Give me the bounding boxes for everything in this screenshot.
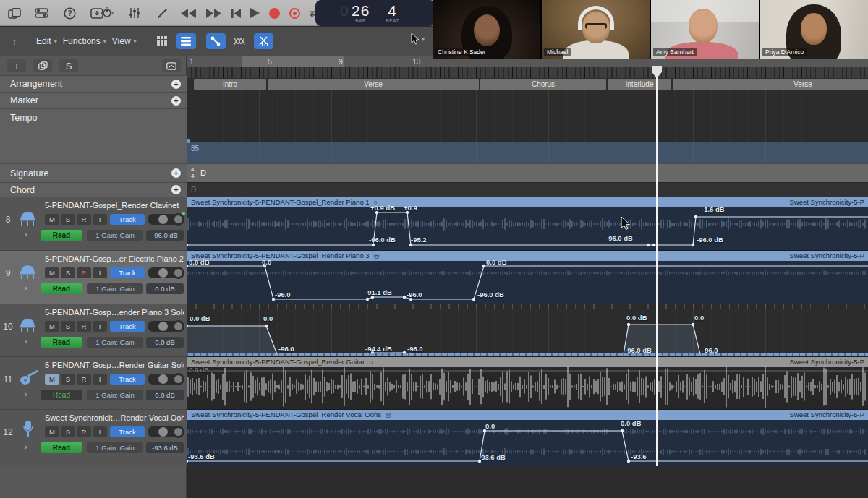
input-monitor-button[interactable]: I — [93, 426, 107, 437]
participant-video[interactable]: Michael — [542, 0, 650, 59]
track-name[interactable]: 5-PENDANT-Gospel_Render Clavinet — [45, 201, 184, 210]
participant-video[interactable]: Priya D'Amico — [760, 0, 868, 59]
global-track-tempo[interactable]: Tempo 110 90 70 — [0, 108, 187, 163]
solo-button[interactable]: S — [61, 214, 75, 225]
track-header-8[interactable]: 8 5-PENDANT-Gospel_Render Clavinet M S R… — [0, 197, 187, 250]
go-to-beginning-button[interactable] — [231, 9, 241, 18]
hide-global-tracks-button[interactable] — [162, 59, 181, 72]
global-track-marker[interactable]: Marker + — [0, 92, 187, 108]
input-monitor-button[interactable]: I — [93, 321, 107, 332]
automation-parameter-select[interactable]: 1 Gain: Gain — [87, 337, 143, 348]
master-solo-button[interactable]: S — [59, 59, 78, 72]
track-mode-button[interactable]: Track — [110, 374, 145, 385]
record-enable-button[interactable]: R — [77, 374, 91, 385]
automation-value[interactable]: 0.0 dB — [146, 283, 184, 294]
menu-functions[interactable]: Functions▾ — [63, 36, 106, 46]
chord-lane[interactable]: D — [187, 182, 868, 197]
rewind-button[interactable] — [181, 9, 197, 18]
track-name[interactable]: 5-PENDANT-Gosp…er Electric Piano 2 — [45, 254, 184, 263]
participant-video[interactable]: Christine K Sader — [433, 0, 540, 59]
menu-view[interactable]: View▾ — [112, 36, 137, 46]
pan-knob[interactable] — [172, 373, 184, 385]
automation-value[interactable]: 0.0 dB — [146, 337, 184, 348]
add-marker-icon[interactable]: + — [171, 96, 181, 106]
automation-value[interactable]: -96.0 dB — [146, 230, 184, 241]
volume-knob[interactable] — [158, 322, 168, 331]
glue-tool-button[interactable] — [206, 33, 226, 49]
mute-button[interactable]: M — [45, 214, 59, 225]
crossfade-tool-button[interactable] — [230, 33, 250, 49]
solo-button[interactable]: S — [61, 321, 75, 332]
marker-verse-2[interactable]: Verse — [673, 79, 868, 90]
track-header-11[interactable]: 11 5-PENDANT-Gosp…Render Guitar Solo M S… — [0, 356, 187, 409]
participant-video[interactable]: Amy Barnhart — [651, 0, 759, 59]
media-library-icon[interactable] — [6, 5, 23, 21]
mute-button[interactable]: M — [45, 321, 59, 332]
input-monitor-button[interactable]: I — [93, 267, 107, 278]
automation-parameter-select[interactable]: 1 Gain: Gain — [87, 230, 143, 241]
fast-forward-button[interactable] — [206, 9, 222, 18]
track-name[interactable]: 5-PENDANT-Gosp…Render Guitar Solo — [45, 361, 184, 369]
track-name[interactable]: Sweet Synchronicit…Render Vocal Oohs — [45, 413, 184, 422]
marker-intro[interactable]: Intro — [194, 79, 266, 90]
global-track-signature[interactable]: Signature + — [0, 163, 187, 182]
mute-button[interactable]: M — [45, 374, 59, 385]
mute-button[interactable]: M — [45, 426, 59, 437]
volume-knob[interactable] — [158, 374, 168, 384]
pan-knob[interactable] — [172, 267, 184, 279]
play-button[interactable] — [250, 8, 260, 18]
automation-mode-button[interactable]: Read — [41, 390, 82, 400]
tracks-workspace[interactable]: 1 5 9 13 Intro Verse Chorus Interlude Ve… — [187, 56, 868, 498]
help-icon[interactable]: ? — [61, 5, 78, 21]
track-lane-guitar[interactable]: Sweet Synchronicity-5-PENDANT-Gospel_Ren… — [187, 356, 868, 409]
solo-button[interactable]: S — [61, 426, 75, 437]
add-chord-icon[interactable]: + — [171, 185, 181, 194]
add-arrangement-icon[interactable]: + — [171, 80, 181, 89]
tempo-lane[interactable]: 85 — [187, 90, 868, 163]
pan-knob[interactable] — [172, 213, 184, 226]
add-track-button[interactable]: + — [7, 59, 26, 72]
pencil-slash-icon[interactable] — [153, 5, 171, 21]
pointer-tool-button[interactable]: ▾ — [411, 33, 425, 45]
split-tool-button[interactable] — [254, 33, 273, 49]
duplicate-track-button[interactable] — [33, 59, 52, 72]
solo-button[interactable]: S — [61, 267, 75, 278]
signature-lane[interactable]: 4 4 D — [187, 163, 868, 182]
mixer-faders-icon[interactable] — [126, 5, 143, 21]
beat-ruler-ticks[interactable] — [187, 67, 868, 78]
track-header-12[interactable]: 12 Sweet Synchronicit…Render Vocal Oohs … — [0, 409, 187, 466]
volume-knob[interactable] — [158, 268, 168, 278]
disclosure-chevron[interactable]: › — [25, 442, 27, 451]
track-mode-button[interactable]: Track — [110, 267, 145, 278]
disclosure-chevron[interactable]: › — [25, 283, 27, 292]
pan-knob[interactable] — [172, 320, 184, 332]
track-mode-button[interactable]: Track — [110, 321, 145, 332]
back-arrow-icon[interactable]: ↑ — [6, 33, 23, 49]
menu-edit[interactable]: Edit▾ — [36, 36, 57, 46]
track-mode-button[interactable]: Track — [110, 214, 145, 225]
solo-button[interactable]: S — [61, 374, 75, 385]
squeezed-region-header[interactable] — [187, 353, 868, 356]
track-lane-vocal-oohs[interactable]: Sweet Synchronicity-5-PENDANT-Gospel_Ren… — [187, 409, 868, 466]
track-lane-piano-3[interactable]: Sweet Synchronicity-5-PENDANT-Gospel_Ren… — [187, 250, 868, 304]
track-header-10[interactable]: 10 5-PENDANT-Gosp…ender Piano 3 Solo M S… — [0, 304, 187, 356]
disclosure-chevron[interactable]: › — [25, 337, 27, 345]
capture-recording-button[interactable] — [289, 8, 300, 19]
record-enable-button[interactable]: R — [77, 214, 91, 225]
track-name[interactable]: 5-PENDANT-Gosp…ender Piano 3 Solo — [45, 308, 184, 317]
control-toggles-icon[interactable] — [33, 5, 51, 21]
record-enable-button[interactable]: R — [77, 321, 91, 332]
track-mode-button[interactable]: Track — [110, 426, 145, 437]
add-signature-icon[interactable]: + — [171, 168, 181, 178]
automation-parameter-select[interactable]: 1 Gain: Gain — [87, 283, 143, 294]
marker-interlude[interactable]: Interlude — [608, 79, 671, 90]
list-view-button[interactable] — [176, 33, 196, 49]
lcd-display[interactable]: 0 26 BAR 4 BEAT — [315, 0, 435, 26]
record-enable-button[interactable]: R — [77, 267, 91, 278]
automation-parameter-select[interactable]: 1 Gain: Gain — [87, 442, 143, 453]
mute-button[interactable]: M — [45, 267, 59, 278]
grid-view-button[interactable] — [153, 33, 172, 49]
marker-chorus[interactable]: Chorus — [480, 79, 606, 90]
automation-value[interactable]: 0.0 dB — [146, 390, 184, 400]
automation-mode-button[interactable]: Read — [41, 337, 82, 348]
